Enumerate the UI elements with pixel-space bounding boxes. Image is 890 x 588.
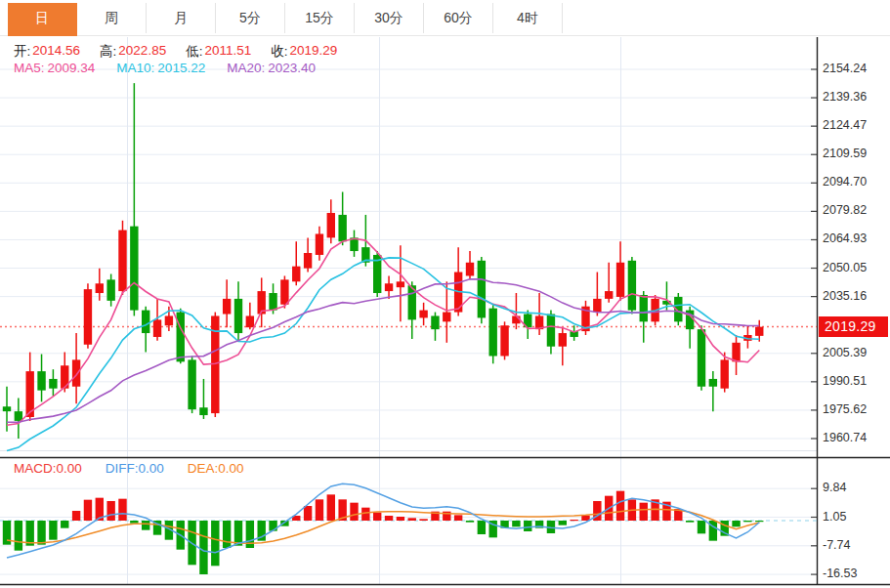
ma20-value: 2023.40 bbox=[268, 61, 316, 75]
macd-tick-label: 9.84 bbox=[823, 481, 846, 494]
tab-4hour[interactable]: 4时 bbox=[493, 3, 563, 33]
price-tick-label: 2154.24 bbox=[823, 62, 867, 75]
tab-week[interactable]: 周 bbox=[77, 3, 147, 33]
open-value: 2014.56 bbox=[32, 43, 80, 61]
macd-tick-label: -7.74 bbox=[823, 538, 851, 552]
ma5-value: 2009.34 bbox=[48, 61, 96, 75]
ma10-value: 2015.22 bbox=[157, 61, 205, 75]
candlestick-chart-canvas[interactable] bbox=[0, 0, 890, 588]
price-tick-label: 1960.74 bbox=[823, 431, 867, 444]
ma10-readout: MA10:2015.22 bbox=[116, 61, 205, 75]
chart-region: 2154.242139.362124.472109.592094.702079.… bbox=[0, 0, 890, 588]
ma5-label: MA5: bbox=[14, 61, 45, 75]
price-tick-label: 2079.82 bbox=[823, 203, 867, 217]
price-tick-label: 2109.59 bbox=[823, 147, 867, 160]
diff-label: DIFF: bbox=[106, 461, 139, 476]
kline-trading-app: 2154.242139.362124.472109.592094.702079.… bbox=[0, 0, 890, 588]
close-label: 收: bbox=[271, 43, 287, 61]
tab-15min[interactable]: 15分 bbox=[285, 3, 355, 33]
ohlc-readout: 开: 2014.56 高: 2022.85 低: 2011.51 收: 2019… bbox=[14, 43, 357, 61]
ma10-label: MA10: bbox=[116, 61, 154, 75]
tab-month[interactable]: 月 bbox=[147, 3, 216, 33]
low-value: 2011.51 bbox=[204, 43, 251, 61]
close-value: 2019.29 bbox=[290, 43, 338, 61]
ma-readout: MA5:2009.34 MA10:2015.22 MA20:2023.40 bbox=[14, 61, 337, 75]
ma20-label: MA20: bbox=[227, 61, 265, 75]
macd-value-readout: MACD:0.00 bbox=[14, 461, 82, 476]
dea-value-readout: DEA:0.00 bbox=[188, 461, 244, 476]
tab-60min[interactable]: 60分 bbox=[424, 3, 493, 33]
macd-label: MACD: bbox=[14, 461, 57, 476]
ma20-readout: MA20:2023.40 bbox=[227, 61, 316, 75]
price-tick-label: 1975.62 bbox=[823, 402, 867, 416]
last-price-tag: 2019.29 bbox=[819, 316, 888, 337]
low-label: 低: bbox=[186, 43, 202, 61]
price-tick-label: 2094.70 bbox=[823, 175, 867, 189]
price-tick-label: 2035.16 bbox=[823, 289, 867, 303]
dea-label: DEA: bbox=[188, 461, 219, 476]
diff-value: 0.00 bbox=[139, 461, 164, 476]
high-label: 高: bbox=[100, 43, 116, 61]
tab-30min[interactable]: 30分 bbox=[355, 3, 424, 33]
macd-value: 0.00 bbox=[57, 461, 82, 476]
price-tick-label: 2050.05 bbox=[823, 261, 867, 274]
open-label: 开: bbox=[14, 43, 30, 61]
dea-value: 0.00 bbox=[218, 461, 243, 476]
ma5-readout: MA5:2009.34 bbox=[14, 61, 95, 75]
macd-readout: MACD:0.00 DIFF:0.00 DEA:0.00 bbox=[14, 461, 268, 476]
diff-value-readout: DIFF:0.00 bbox=[106, 461, 164, 476]
price-tick-label: 2005.39 bbox=[823, 346, 867, 359]
high-value: 2022.85 bbox=[118, 43, 166, 61]
macd-tick-label: -16.53 bbox=[823, 567, 857, 580]
price-tick-label: 2064.93 bbox=[823, 231, 867, 245]
price-tick-label: 1990.51 bbox=[823, 374, 867, 388]
timeframe-tabbar: 日 周 月 5分 15分 30分 60分 4时 bbox=[0, 0, 890, 36]
price-tick-label: 2139.36 bbox=[823, 90, 867, 104]
price-tick-label: 2124.47 bbox=[823, 118, 867, 132]
tab-day[interactable]: 日 bbox=[8, 3, 77, 33]
tab-5min[interactable]: 5分 bbox=[216, 3, 285, 33]
macd-tick-label: 1.05 bbox=[823, 510, 846, 524]
